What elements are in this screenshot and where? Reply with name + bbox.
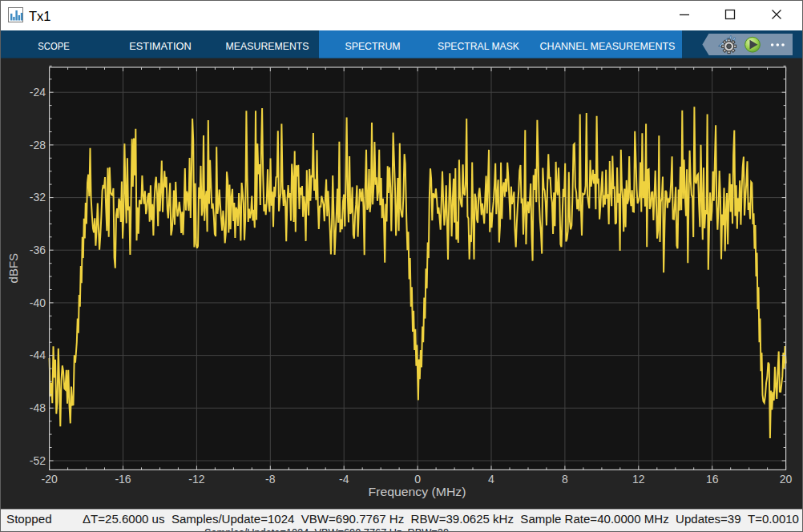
svg-text:-32: -32 — [30, 191, 46, 204]
svg-text:ΔT=25.6000 us Samples/Update=: ΔT=25.6000 us Samples/Update=1024 VBW=69… — [83, 512, 799, 526]
svg-text:-44: -44 — [30, 349, 46, 361]
svg-text:-28: -28 — [30, 139, 46, 151]
svg-text:8: 8 — [562, 473, 568, 486]
svg-text:-40: -40 — [30, 296, 46, 309]
svg-text:20: 20 — [780, 473, 793, 486]
svg-text:Stopped: Stopped — [6, 512, 52, 526]
svg-text:4: 4 — [488, 473, 494, 486]
svg-text:CHANNEL MEASUREMENTS: CHANNEL MEASUREMENTS — [540, 40, 676, 52]
svg-text:-12: -12 — [188, 473, 204, 486]
svg-text:12: 12 — [632, 473, 645, 486]
svg-text:-52: -52 — [30, 454, 46, 467]
svg-text:-4: -4 — [339, 473, 349, 486]
svg-text:-24: -24 — [30, 86, 46, 99]
svg-text:SCOPE: SCOPE — [38, 40, 69, 52]
svg-text:-20: -20 — [41, 473, 57, 486]
svg-text:MEASUREMENTS: MEASUREMENTS — [226, 40, 309, 52]
svg-text:-8: -8 — [265, 473, 276, 486]
svg-text:Tx1: Tx1 — [29, 9, 51, 23]
svg-text:Frequency (MHz): Frequency (MHz) — [369, 486, 466, 498]
svg-text:dBFS: dBFS — [6, 253, 20, 284]
svg-text:SPECTRUM: SPECTRUM — [345, 40, 401, 52]
svg-text:16: 16 — [706, 473, 719, 486]
svg-text:Samples/Update=1024 VBW=690.7: Samples/Update=1024 VBW=690.7767 Hz RBW=… — [204, 526, 449, 532]
svg-text:SPECTRAL MASK: SPECTRAL MASK — [438, 40, 519, 52]
svg-text:-36: -36 — [30, 244, 46, 256]
svg-text:0: 0 — [414, 473, 421, 486]
svg-text:-16: -16 — [115, 473, 131, 486]
svg-text:-48: -48 — [30, 401, 46, 414]
svg-text:ESTIMATION: ESTIMATION — [129, 40, 192, 52]
